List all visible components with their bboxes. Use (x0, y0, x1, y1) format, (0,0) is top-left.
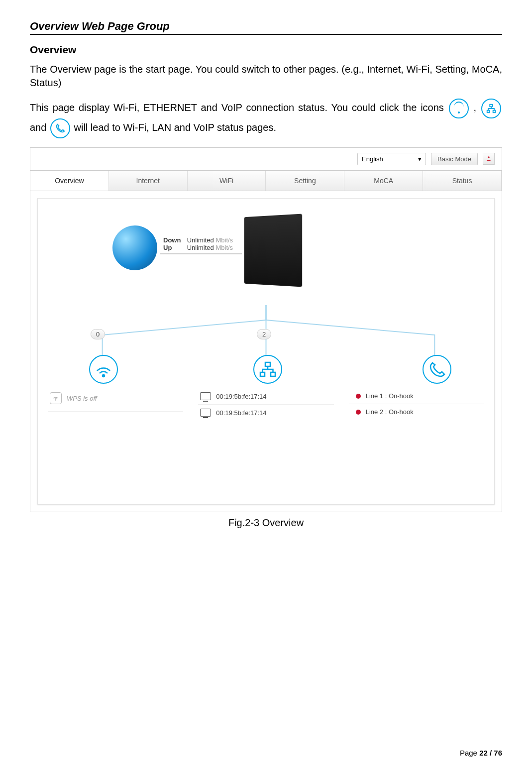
branch-lines: 0 2 (48, 305, 484, 380)
svg-rect-7 (271, 372, 275, 376)
router-image (244, 214, 302, 287)
svg-point-8 (55, 400, 56, 400)
nav-tabs: Overview Internet WiFi Setting MoCA Stat… (30, 170, 502, 191)
para2-text-b: , (474, 102, 480, 113)
tab-wifi[interactable]: WiFi (188, 171, 266, 191)
overview-panel: Down Unlimited Mbit/s Up Unlimited Mbit/… (37, 198, 495, 505)
tab-internet[interactable]: Internet (109, 171, 188, 191)
wifi-client-count: 0 (91, 329, 105, 339)
up-unit: Mbit/s (215, 244, 233, 251)
overview-screenshot: English ▾ Basic Mode Overview Internet W… (30, 147, 502, 512)
lan-mac-1: 00:19:5b:fe:17:14 (216, 393, 266, 400)
svg-point-3 (488, 156, 490, 158)
globe-line (160, 253, 242, 254)
mode-button[interactable]: Basic Mode (431, 153, 478, 165)
down-label: Down (163, 236, 185, 244)
para2-text-a: This page display Wi-Fi, ETHERNET and Vo… (30, 102, 448, 113)
lan-client-count: 2 (257, 329, 271, 339)
monitor-icon (200, 409, 211, 417)
speed-labels: Down Unlimited Mbit/s Up Unlimited Mbit/… (163, 236, 233, 251)
logout-icon[interactable] (483, 153, 495, 165)
voip-column: Line 1 : On-hook Line 2 : On-hook (349, 388, 484, 421)
status-columns: WPS is off 00:19:5b:fe:17:14 00:19:5b:fe… (48, 388, 484, 421)
svg-rect-5 (265, 362, 270, 366)
wifi-status-icon[interactable] (89, 355, 118, 384)
svg-rect-2 (493, 110, 496, 113)
down-unit: Mbit/s (215, 236, 233, 244)
para2-text-d: will lead to Wi-Fi, LAN and VoIP status … (74, 122, 277, 133)
page-prefix: Page (460, 749, 479, 757)
up-label: Up (163, 244, 185, 251)
tab-moca[interactable]: MoCA (344, 171, 423, 191)
lan-column: 00:19:5b:fe:17:14 00:19:5b:fe:17:14 (198, 388, 333, 421)
globe-icon (112, 225, 157, 270)
status-dot-icon (356, 410, 361, 415)
intro-paragraph-1: The Overview page is the start page. You… (30, 63, 502, 90)
wifi-column: WPS is off (48, 388, 183, 421)
down-value: Unlimited (187, 236, 214, 244)
wps-status: WPS is off (67, 395, 97, 402)
tab-overview[interactable]: Overview (30, 171, 109, 191)
figure-caption: Fig.2-3 Overview (30, 517, 502, 529)
voip-status-icon[interactable] (423, 355, 451, 384)
page-number: Page 22 / 76 (460, 749, 502, 757)
up-value: Unlimited (187, 244, 214, 251)
wps-icon (50, 392, 62, 404)
intro-paragraph-2: This page display Wi-Fi, ETHERNET and Vo… (30, 99, 502, 138)
lan-status-icon[interactable] (253, 355, 282, 384)
svg-rect-1 (487, 110, 490, 113)
screenshot-topbar: English ▾ Basic Mode (30, 148, 502, 170)
voip-line-2: Line 2 : On-hook (366, 408, 414, 416)
svg-rect-6 (260, 372, 265, 376)
voip-line-1: Line 1 : On-hook (366, 392, 414, 400)
svg-rect-0 (490, 105, 493, 107)
subsection-heading: Overview (30, 44, 502, 56)
hub-area: Down Unlimited Mbit/s Up Unlimited Mbit/… (48, 211, 484, 305)
lan-icon (481, 99, 501, 118)
section-heading: Overview Web Page Group (30, 20, 502, 35)
lan-mac-2: 00:19:5b:fe:17:14 (216, 409, 266, 417)
page-value: 22 / 76 (479, 749, 502, 757)
tab-setting[interactable]: Setting (266, 171, 344, 191)
language-value: English (362, 155, 383, 163)
chevron-down-icon: ▾ (418, 155, 422, 163)
status-dot-icon (356, 394, 361, 399)
svg-point-4 (103, 375, 105, 377)
tab-status[interactable]: Status (423, 171, 502, 191)
monitor-icon (200, 392, 211, 400)
language-select[interactable]: English ▾ (357, 153, 426, 165)
para2-text-c: and (30, 122, 49, 133)
wifi-icon (449, 99, 469, 118)
phone-icon (50, 118, 70, 138)
